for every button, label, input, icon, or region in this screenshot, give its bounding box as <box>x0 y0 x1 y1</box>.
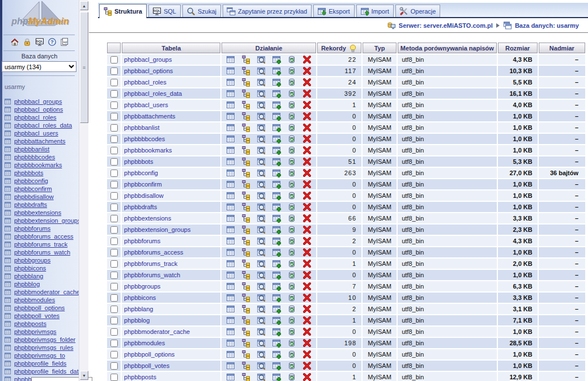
drop-icon[interactable] <box>302 100 312 109</box>
empty-icon[interactable] <box>287 157 296 166</box>
phpmyadmin-logo[interactable]: phpMyAdmin <box>5 1 76 32</box>
sidebar-table-link[interactable]: phpbbacl_options <box>14 106 63 113</box>
search-icon[interactable] <box>257 180 266 189</box>
search-icon[interactable] <box>257 293 266 302</box>
sidebar-table-link[interactable]: phpbbposts <box>14 320 46 327</box>
insert-icon[interactable] <box>272 282 281 291</box>
browse-icon[interactable] <box>226 89 235 98</box>
structure-icon[interactable] <box>241 78 250 87</box>
row-checkbox[interactable] <box>110 79 118 86</box>
empty-icon[interactable] <box>287 338 296 348</box>
tab-struktura[interactable]: Struktura <box>99 4 147 18</box>
empty-icon[interactable] <box>287 202 296 211</box>
browse-icon[interactable] <box>226 168 235 177</box>
insert-icon[interactable] <box>272 78 281 87</box>
row-checkbox[interactable] <box>110 101 118 109</box>
drop-icon[interactable] <box>302 338 312 348</box>
row-checkbox[interactable] <box>110 124 118 132</box>
empty-icon[interactable] <box>287 123 296 132</box>
browse-icon[interactable] <box>226 236 235 245</box>
search-icon[interactable] <box>257 100 266 109</box>
empty-icon[interactable] <box>287 134 296 143</box>
scroll-down-button[interactable]: ▼ <box>80 371 88 380</box>
row-checkbox[interactable] <box>110 249 118 256</box>
sidebar-table-link[interactable]: phpbbmodules <box>14 297 55 303</box>
search-icon[interactable] <box>257 112 266 121</box>
column-header-rekordy[interactable]: Rekordy <box>317 43 361 53</box>
row-checkbox[interactable] <box>110 226 118 234</box>
search-icon[interactable] <box>257 168 266 177</box>
drop-icon[interactable] <box>302 134 312 143</box>
empty-icon[interactable] <box>287 327 296 336</box>
table-name-link[interactable]: phpbbacl_users <box>124 101 168 108</box>
row-checkbox[interactable] <box>110 170 118 177</box>
drop-icon[interactable] <box>302 123 312 132</box>
structure-icon[interactable] <box>241 304 250 314</box>
insert-icon[interactable] <box>272 100 281 109</box>
table-name-link[interactable]: phpbbdrafts <box>124 204 157 210</box>
browse-icon[interactable] <box>226 112 235 121</box>
table-name-link[interactable]: phpbbacl_roles_data <box>124 90 182 97</box>
browse-icon[interactable] <box>226 361 235 370</box>
empty-icon[interactable] <box>287 293 296 302</box>
structure-icon[interactable] <box>241 100 250 109</box>
row-checkbox[interactable] <box>110 238 118 245</box>
structure-icon[interactable] <box>241 350 250 359</box>
browse-icon[interactable] <box>226 304 235 314</box>
drop-icon[interactable] <box>302 236 312 245</box>
row-checkbox[interactable] <box>110 340 118 347</box>
empty-icon[interactable] <box>287 259 296 268</box>
scroll-thumb[interactable]: ≡ <box>80 12 88 123</box>
row-checkbox[interactable] <box>110 56 118 64</box>
scroll-up-button[interactable]: ▲ <box>80 1 88 10</box>
search-icon[interactable] <box>257 78 266 87</box>
sidebar-table-link[interactable]: phpbbextensions <box>14 209 61 216</box>
logout-lock-icon[interactable] <box>23 37 32 46</box>
row-checkbox[interactable] <box>110 181 118 188</box>
browse-icon[interactable] <box>226 214 235 223</box>
tab-operacje[interactable]: Operacje <box>395 5 441 17</box>
empty-icon[interactable] <box>287 66 296 75</box>
empty-icon[interactable] <box>287 191 296 200</box>
empty-icon[interactable] <box>287 168 296 177</box>
sidebar-table-link[interactable]: phpbbconfirm <box>14 185 52 192</box>
insert-icon[interactable] <box>272 236 281 245</box>
insert-icon[interactable] <box>272 248 281 257</box>
insert-icon[interactable] <box>272 372 281 381</box>
insert-icon[interactable] <box>272 146 281 155</box>
row-checkbox[interactable] <box>110 362 118 370</box>
drop-icon[interactable] <box>302 78 312 87</box>
structure-icon[interactable] <box>241 202 250 211</box>
insert-icon[interactable] <box>272 123 281 132</box>
search-icon[interactable] <box>257 338 266 348</box>
table-name-link[interactable]: phpbbbots <box>124 158 153 165</box>
search-icon[interactable] <box>257 327 266 336</box>
table-name-link[interactable]: phpbbgroups <box>124 283 160 290</box>
sidebar-table-link[interactable]: phpbbforums_track <box>14 241 67 248</box>
search-icon[interactable] <box>257 361 266 370</box>
empty-icon[interactable] <box>287 236 296 245</box>
drop-icon[interactable] <box>302 225 312 234</box>
structure-icon[interactable] <box>241 66 250 75</box>
column-header-rozmiar[interactable]: Rozmiar <box>498 43 538 53</box>
browse-icon[interactable] <box>226 123 235 132</box>
table-name-link[interactable]: phpbbpoll_options <box>124 351 174 358</box>
structure-icon[interactable] <box>241 327 250 336</box>
structure-icon[interactable] <box>241 168 250 177</box>
drop-icon[interactable] <box>302 146 312 155</box>
table-name-link[interactable]: phpbbmodules <box>124 340 165 346</box>
browse-icon[interactable] <box>226 338 235 348</box>
insert-icon[interactable] <box>272 350 281 359</box>
structure-icon[interactable] <box>241 180 250 189</box>
column-header-metoda[interactable]: Metoda porównywania napisów <box>398 43 496 53</box>
drop-icon[interactable] <box>302 191 312 200</box>
drop-icon[interactable] <box>302 66 312 75</box>
sidebar-table-link[interactable]: phpbbbanlist <box>14 146 49 153</box>
database-select[interactable]: usarmy (134) <box>2 61 76 72</box>
structure-icon[interactable] <box>241 361 250 370</box>
empty-icon[interactable] <box>287 270 296 280</box>
insert-icon[interactable] <box>272 293 281 302</box>
sidebar-table-link[interactable]: phpbbextension_groups <box>14 217 80 224</box>
search-icon[interactable] <box>257 225 266 234</box>
insert-icon[interactable] <box>272 89 281 98</box>
